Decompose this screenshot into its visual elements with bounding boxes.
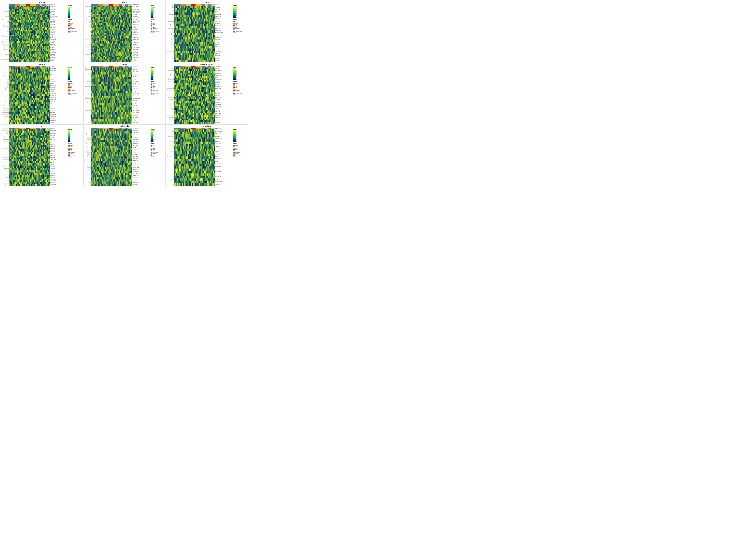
legend-max: 10 <box>236 69 237 70</box>
gene-label: PHKA1_chr8 <box>215 141 232 142</box>
gene-label: ABI3_chr17 <box>133 178 150 179</box>
gene-label: CHB_chr7 <box>50 143 67 144</box>
gene-label: VGF_chr7 <box>50 104 67 105</box>
heatmap-grid-endothelial <box>92 129 132 186</box>
legend-color-epsilon <box>151 91 152 92</box>
heatmap-canvas-endothelial <box>92 129 132 186</box>
legend-color-delta <box>68 25 70 26</box>
legend-color-mesenchymal <box>68 31 70 32</box>
legend-items-title: labels <box>68 19 82 20</box>
legend-max: 10 <box>153 69 155 70</box>
gene-label: PRRX1_chr5 <box>215 117 232 118</box>
gene-label: MRC2_chr17 <box>215 121 232 122</box>
gene-label: CDH1_chr16 <box>50 56 67 57</box>
gene-label: PCSK1_chrX <box>50 168 67 169</box>
legend-color-beta <box>151 148 152 149</box>
legend-item-endothelial: endothelial <box>233 152 247 153</box>
legend-item-delta: delta <box>233 87 247 88</box>
legend-color-epsilon <box>68 29 70 30</box>
legend-label-pp: pp <box>153 156 154 157</box>
legend-item-alpha: alpha <box>68 146 82 148</box>
gene-label: YRS1A_chr13 <box>50 141 67 142</box>
legend-label-alpha: alpha <box>70 23 73 24</box>
legend-mid-low: 4 <box>153 136 155 138</box>
legend-color-endothelial <box>151 28 152 29</box>
legend-item-endothelial: endothelial <box>233 90 247 91</box>
legend-gradient <box>151 130 153 142</box>
legend-items: acinar alpha beta delta duct endothelial… <box>233 83 247 95</box>
gene-label: SCON_chr6 <box>50 183 67 184</box>
legend-label-mesenchymal: mesenchymal <box>235 154 242 156</box>
legend-item-epsilon: epsilon <box>68 153 82 154</box>
legend-color-alpha <box>151 146 152 148</box>
gene-label: CDH11_chr16 <box>215 106 232 107</box>
legend-item-acinar: acinar <box>233 21 247 22</box>
gene-label: CHP2_chr19 <box>133 52 150 53</box>
legend-item-epsilon: epsilon <box>151 91 164 92</box>
heatmap-grid-delta <box>92 68 132 124</box>
gene-label: CD44_chr11 <box>50 59 67 60</box>
legend-item-mesenchymal: mesenchymal <box>233 92 247 94</box>
gene-label: PRSS3SP2_chr7 <box>50 9 67 10</box>
gene-labels-delta: CD9_chr12LEPR_chr1FER1A_chr10SANDB_chr19… <box>132 66 150 124</box>
gene-label: GPRC5A_chr12 <box>133 24 150 25</box>
legend-item-pp: pp <box>151 32 164 33</box>
gene-label: CH4_chr7 <box>133 59 150 60</box>
legend-gradient <box>151 69 153 80</box>
legend-duct: labels1086420labels acinar alpha beta de… <box>150 4 165 62</box>
gene-labels-pp: TTR_chr18ELBP2N_chr6BNP_chr1SCG2_chr2KNG… <box>50 128 67 186</box>
panel-title-beta: beta <box>166 1 248 4</box>
legend-label-delta: delta <box>153 25 155 26</box>
legend-label-duct: duct <box>70 27 72 28</box>
legend-label-duct: duct <box>70 88 72 90</box>
heatmap-canvas-beta <box>174 6 215 62</box>
legend-color-endothelial <box>68 152 70 153</box>
heatmap-canvas-alpha <box>9 68 50 124</box>
gene-label: EPB41L4B_chr9 <box>215 131 232 132</box>
legend-item-duct: duct <box>68 150 82 152</box>
gene-label: MUC5B_chr11 <box>133 36 150 37</box>
legend-alpha: labels1086420labels acinar alpha beta de… <box>67 66 83 124</box>
legend-min: 0 <box>236 79 237 80</box>
legend-beta: labels1086420labels acinar alpha beta de… <box>232 4 248 62</box>
heatmap-canvas-delta <box>92 68 132 124</box>
legend-item-acinar: acinar <box>151 145 164 146</box>
legend-label-endothelial: endothelial <box>235 90 240 91</box>
legend-label-epsilon: epsilon <box>153 91 156 92</box>
gene-label: CD9_chr12 <box>133 67 150 68</box>
legend-endothelial: labels1086420labels acinar alpha beta de… <box>150 128 165 186</box>
gene-label: TM4SF4_chr3 <box>50 184 67 185</box>
gene-label: MRC2_chr17 <box>215 58 232 59</box>
legend-color-beta <box>233 148 235 149</box>
color-bar-mesenchymal <box>174 66 215 68</box>
gene-label: KCNK16_chr6 <box>215 37 232 38</box>
legend-item-epsilon: epsilon <box>151 153 164 154</box>
gene-label: PCSK2_chr20 <box>50 100 67 101</box>
gene-label: MHC4_chr4 <box>133 91 150 92</box>
legend-color-acinar <box>151 83 152 84</box>
legend-items: acinar alpha beta delta duct endothelial… <box>233 21 247 33</box>
legend-color-duct <box>68 88 70 90</box>
gene-label: ZEB2_chr2 <box>133 15 150 16</box>
legend-mid: 6 <box>236 73 237 74</box>
gene-label: CTRB2_chr16 <box>50 8 67 9</box>
gene-label: KCNQ1_chr11 <box>133 16 150 17</box>
legend-min: 0 <box>71 79 72 80</box>
heatmap-canvas-acinar <box>9 6 50 62</box>
legend-mid-high: 8 <box>71 71 72 72</box>
legend-color-epsilon <box>68 91 70 92</box>
gene-label: SYT12_chr10 <box>50 49 67 50</box>
legend-item-duct: duct <box>233 150 247 152</box>
gene-label: PLVAP_chr19 <box>133 133 150 134</box>
legend-label-endothelial: endothelial <box>235 28 240 29</box>
legend-scale-title: labels <box>151 129 164 130</box>
legend-color-epsilon <box>151 29 152 30</box>
gene-label: SCG2_chr2 <box>50 106 67 107</box>
legend-items-title: labels <box>233 143 247 144</box>
gene-label: COL6A3_chr2 <box>215 72 232 73</box>
legend-item-endothelial: endothelial <box>68 152 82 153</box>
legend-mid-high: 8 <box>153 71 155 72</box>
gene-label: SLC11A1_chr2 <box>133 21 150 22</box>
legend-color-delta <box>233 87 235 88</box>
legend-low: 2 <box>153 15 155 16</box>
